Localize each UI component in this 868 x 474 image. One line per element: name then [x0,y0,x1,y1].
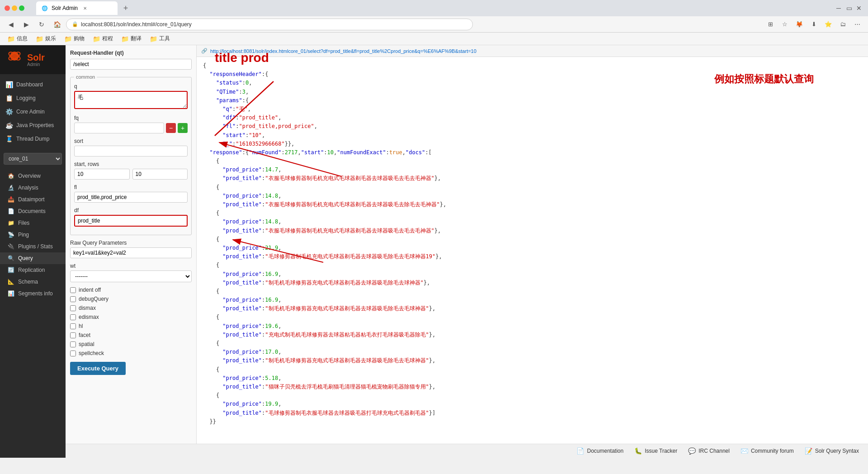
results-url-link[interactable]: http://localhost:8081/solr/index.htmlcor… [210,48,476,54]
core-nav-plugins[interactable]: 🔌 Plugins / Stats [0,241,66,252]
doc-icon: 📄 [576,447,584,455]
reload-btn[interactable]: ↻ [35,18,48,31]
bookmark-chengcheng[interactable]: 📁 程程 [90,34,116,43]
fq-label: fq [74,115,188,121]
footer: 📄 Documentation 🐛 Issue Tracker 💬 IRC Ch… [66,444,868,458]
dismax-checkbox[interactable] [70,305,76,311]
back-btn[interactable]: ◀ [5,18,17,31]
replication-label: Replication [18,267,45,273]
fl-input[interactable] [74,192,188,203]
collections-btn[interactable]: 🗂 [836,18,849,31]
documentation-link[interactable]: 📄 Documentation [576,447,623,455]
core-nav-query[interactable]: 🔍 Query [0,252,66,264]
forward-btn[interactable]: ▶ [20,18,33,31]
dismax-row: dismax [70,305,192,311]
start-rows-group: start, rows [74,161,188,180]
lock-icon: 🔒 [72,21,78,27]
solr-query-syntax-label: Solr Query Syntax [815,448,859,454]
core-nav-ping[interactable]: 📡 Ping [0,229,66,241]
irc-channel-link[interactable]: 💬 IRC Channel [688,447,730,455]
restore-btn[interactable]: ▭ [846,5,854,12]
core-nav-overview[interactable]: 🏠 Overview [0,170,66,182]
profile-btn[interactable]: 🦊 [793,18,806,31]
core-nav-files[interactable]: 📁 Files [0,217,66,229]
solr-query-syntax-link[interactable]: 📝 Solr Query Syntax [805,447,859,455]
extensions-btn[interactable]: ⊞ [764,18,777,31]
fq-row: − + [74,123,188,133]
solr-favicon: 🌐 [42,5,48,11]
spatial-row: spatial [70,341,192,347]
maximize-window-btn[interactable] [19,5,24,11]
issue-tracker-link[interactable]: 🐛 Issue Tracker [634,447,677,455]
start-input[interactable] [74,169,130,180]
nav-icons: ⊞ ☆ 🦊 ⬇ ⭐ 🗂 ⋯ [764,18,863,31]
hl-checkbox[interactable] [70,323,76,329]
fq-add-btn[interactable]: + [178,123,188,133]
bookmark-yule[interactable]: 📁 娱乐 [33,34,59,43]
sidebar-item-logging[interactable]: 📋 Logging [0,91,66,105]
url-bar[interactable]: 🔒 localhost:8081/solr/index.html#/core_0… [66,19,473,30]
dataimport-label: Dataimport [18,196,45,203]
bookmark-gouwu[interactable]: 📁 购物 [61,34,87,43]
tab-close-btn[interactable]: ✕ [81,5,89,12]
core-nav-replication[interactable]: 🔄 Replication [0,264,66,276]
df-input[interactable] [74,215,188,227]
sidebar-item-core-admin[interactable]: ⚙️ Core Admin [0,105,66,118]
spellcheck-checkbox[interactable] [70,351,76,356]
close-window-btn[interactable] [5,5,10,11]
home-btn[interactable]: 🏠 [51,18,63,31]
ping-label: Ping [18,232,29,238]
minimize-btn[interactable]: ─ [836,5,844,12]
spatial-label: spatial [79,341,94,347]
sync-btn[interactable]: ⬇ [807,18,820,31]
community-forum-link[interactable]: ✉️ Community forum [741,447,794,455]
irc-channel-label: IRC Channel [698,448,730,454]
wt-group: wt ------- json xml csv [70,263,192,282]
bookmark-label: 信息 [17,35,28,43]
core-nav-analysis[interactable]: 🔬 Analysis [0,182,66,194]
bookmark-fanyi[interactable]: 📁 翻译 [118,34,144,43]
facet-checkbox[interactable] [70,332,76,338]
results-wrapper: 🔗 http://localhost:8081/solr/index.htmlc… [197,45,868,444]
facet-row: facet [70,332,192,338]
execute-query-btn[interactable]: Execute Query [70,362,126,375]
bookmark-xinxi[interactable]: 📁 信息 [5,34,30,43]
bookmark-btn[interactable]: ☆ [778,18,791,31]
thread-dump-label: Thread Dump [16,136,49,142]
folder-icon-2: 📁 [36,35,43,43]
core-nav-schema[interactable]: 📐 Schema [0,276,66,288]
sidebar-item-java-props[interactable]: ☕ Java Properties [0,118,66,132]
bookmark-gongju[interactable]: 📁 工具 [147,34,173,43]
request-handler-input[interactable] [70,59,192,70]
fq-input[interactable] [74,123,164,133]
spatial-checkbox[interactable] [70,341,76,347]
sidebar-item-dashboard[interactable]: 📊 Dashboard [0,78,66,91]
core-nav-documents[interactable]: 📄 Documents [0,205,66,217]
core-nav-segments[interactable]: 📊 Segments info [0,288,66,299]
core-nav-dataimport[interactable]: 📥 Dataimport [0,194,66,205]
logging-label: Logging [16,95,36,101]
folder-icon: 📁 [7,35,15,43]
request-handler-label: Request-Handler (qt) [70,50,192,56]
wt-select[interactable]: ------- json xml csv [70,270,192,282]
sort-input[interactable] [74,146,188,156]
sort-label: sort [74,138,188,144]
query-label: Query [18,255,33,261]
more-tools-btn[interactable]: ⋯ [851,18,863,31]
indent-off-checkbox[interactable] [70,287,76,293]
sidebar-item-thread-dump[interactable]: 🧵 Thread Dump [0,132,66,146]
active-tab[interactable]: 🌐 Solr Admin ✕ [36,1,118,15]
rows-input[interactable] [132,169,188,180]
new-tab-btn[interactable]: + [119,2,132,14]
q-input[interactable]: 毛 [74,91,188,109]
debug-query-checkbox[interactable] [70,296,76,302]
minimize-window-btn[interactable] [12,5,17,11]
fq-remove-btn[interactable]: − [166,123,176,133]
thread-icon: 🧵 [5,135,13,142]
raw-params-input[interactable] [70,247,192,258]
logo-area: Solr Admin [0,45,66,74]
favorites-btn[interactable]: ⭐ [822,18,835,31]
core-select[interactable]: core_01 [4,153,62,165]
close-btn[interactable]: ✕ [856,5,863,12]
edismax-checkbox[interactable] [70,314,76,320]
